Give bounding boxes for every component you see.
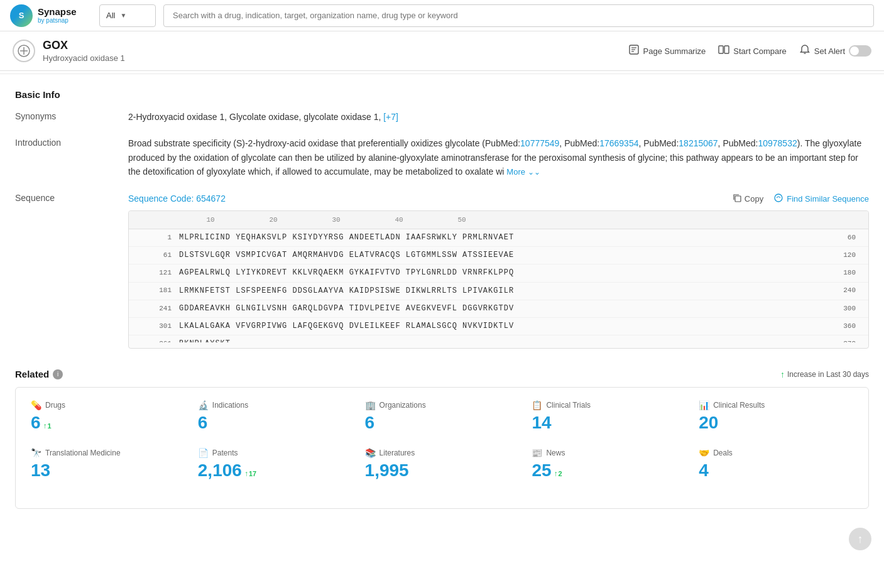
pubmed4-link[interactable]: 10978532 — [758, 138, 797, 148]
related-item-icon: 🔬 — [198, 400, 209, 410]
related-item-label: Deals — [713, 449, 733, 457]
related-item-label: Clinical Results — [713, 401, 765, 410]
related-row-2: 🔭 Translational Medicine 13 📄 Patents 2,… — [31, 448, 853, 481]
set-alert-label: Set Alert — [814, 46, 845, 56]
increase-label: ↑ Increase in Last 30 days — [780, 369, 869, 379]
entity-info: GOX Hydroxyacid oxidase 1 — [43, 39, 628, 63]
intro-more-link[interactable]: More ⌄⌄ — [506, 167, 540, 177]
compare-icon — [718, 44, 729, 58]
seq-text: LKALALGAKA VFVGRPIVWG LAFQGEKGVQ DVLEILK… — [179, 320, 514, 332]
related-grid: 💊 Drugs 6 ↑1 🔬 Indications 6 🏢 Organizat… — [15, 387, 869, 509]
pubmed2-link[interactable]: 17669354 — [599, 138, 638, 148]
related-item-header: 📋 Clinical Trials — [532, 400, 686, 410]
related-item[interactable]: 📊 Clinical Results 20 — [699, 400, 853, 433]
related-item-count: 25 ↑2 — [532, 460, 686, 481]
related-item[interactable]: 📰 News 25 ↑2 — [532, 448, 686, 481]
sequence-row-item: 181 LRMKNFETST LSFSPEENFG DDSGLAAYVA KAI… — [129, 283, 868, 300]
logo-text: Synapse by patsnap — [38, 7, 77, 24]
header-divider — [0, 74, 884, 74]
related-info-icon[interactable]: i — [53, 369, 63, 379]
related-item-header: 🔭 Translational Medicine — [31, 448, 185, 458]
count-value: 13 — [31, 460, 50, 481]
related-item[interactable]: 🔭 Translational Medicine 13 — [31, 448, 185, 481]
sequence-actions: Copy Find Similar Sequence — [733, 193, 869, 205]
count-value: 25 — [532, 460, 551, 481]
related-item-label: News — [546, 449, 565, 457]
related-item-label: Drugs — [45, 401, 65, 410]
set-alert-toggle[interactable] — [849, 45, 871, 57]
count-value: 1,995 — [365, 460, 409, 481]
sequence-code: Sequence Code: 654672 — [128, 192, 226, 205]
introduction-row: Introduction Broad substrate specificity… — [15, 136, 869, 179]
seq-end-num: 180 — [843, 268, 868, 279]
sequence-value: Sequence Code: 654672 Copy — [128, 192, 869, 349]
related-section: Related i ↑ Increase in Last 30 days 💊 D… — [15, 369, 869, 509]
svg-point-11 — [775, 194, 782, 202]
copy-icon — [733, 193, 741, 204]
seq-text: AGPEALRWLQ LYIYKDREVT KKLVRQAEKM GYKAIFV… — [179, 267, 514, 279]
chevron-down-icon: ▼ — [120, 12, 126, 19]
count-increase: ↑2 — [554, 469, 562, 478]
related-item[interactable]: 💊 Drugs 6 ↑1 — [31, 400, 185, 433]
related-item-count: 6 ↑1 — [31, 413, 185, 433]
increase-arrow-icon: ↑ — [780, 369, 785, 379]
page-summarize-button[interactable]: Page Summarize — [628, 44, 706, 58]
sequence-content[interactable]: 1 MLPRLICIND YEQHAKSVLP KSIYDYYRSG ANDEE… — [129, 229, 868, 342]
related-item-header: 🔬 Indications — [198, 400, 352, 410]
related-item-icon: 🏢 — [365, 400, 376, 410]
related-item[interactable]: 🏢 Organizations 6 — [365, 400, 520, 433]
related-item-header: 📄 Patents — [198, 448, 352, 458]
search-dropdown[interactable]: All ▼ — [99, 4, 156, 27]
count-value: 6 — [198, 413, 208, 433]
related-item-count: 14 — [532, 413, 686, 433]
sequence-row-item: 1 MLPRLICIND YEQHAKSVLP KSIYDYYRSG ANDEE… — [129, 229, 868, 247]
count-value: 14 — [532, 413, 551, 433]
synonyms-row: Synonyms 2-Hydroxyacid oxidase 1, Glycol… — [15, 110, 869, 124]
seq-end-num: 240 — [843, 285, 868, 297]
count-value: 2,106 — [198, 460, 242, 481]
increase-arrow-icon: ↑ — [43, 422, 47, 430]
start-compare-button[interactable]: Start Compare — [718, 44, 787, 58]
related-item-label: Patents — [212, 449, 238, 457]
increase-arrow-icon: ↑ — [244, 469, 248, 478]
seq-end-num: 370 — [843, 339, 868, 342]
find-similar-sequence-button[interactable]: Find Similar Sequence — [773, 193, 869, 205]
related-item-label: Literatures — [379, 449, 415, 457]
entity-actions: Page Summarize Start Compare Set Alert — [628, 44, 871, 58]
seq-text: DLSTSVLGQR VSMPICVGAT AMQRMAHVDG ELATVRA… — [179, 249, 514, 261]
svg-rect-8 — [724, 46, 729, 53]
seq-start-num: 181 — [129, 285, 179, 297]
sequence-row-item: 301 LKALALGAKA VFVGRPIVWG LAFQGEKGVQ DVL… — [129, 318, 868, 335]
logo-name: Synapse — [38, 7, 77, 18]
related-title-wrap: Related i — [15, 369, 63, 379]
related-row-1: 💊 Drugs 6 ↑1 🔬 Indications 6 🏢 Organizat… — [31, 400, 853, 433]
seq-start-num: 241 — [129, 303, 179, 315]
related-title: Related — [15, 369, 49, 379]
copy-sequence-button[interactable]: Copy — [733, 193, 763, 204]
related-item-label: Organizations — [379, 401, 426, 410]
related-item[interactable]: 🔬 Indications 6 — [198, 400, 352, 433]
related-item-count: 1,995 — [365, 460, 520, 481]
related-item[interactable]: 📋 Clinical Trials 14 — [532, 400, 686, 433]
logo-sub: by patsnap — [38, 17, 77, 24]
related-item[interactable]: 📄 Patents 2,106 ↑17 — [198, 448, 352, 481]
synonyms-more-link[interactable]: [+7] — [383, 112, 398, 122]
seq-start-num: 61 — [129, 250, 179, 261]
related-item-header: 🤝 Deals — [699, 448, 853, 458]
sequence-box: 10 20 30 40 50 1 MLPRLICIND YEQHAKSVLP K… — [128, 210, 869, 349]
search-input[interactable] — [163, 4, 874, 27]
pubmed1-link[interactable]: 10777549 — [520, 138, 559, 148]
sequence-row-item: 361 BKNPLAYSKT 370 — [129, 335, 868, 342]
sequence-row-item: 241 GDDAREAVKH GLNGILVSNH GARQLDGVPA TID… — [129, 300, 868, 318]
related-item-icon: 📚 — [365, 448, 376, 458]
top-navigation: S Synapse by patsnap All ▼ — [0, 0, 884, 31]
related-item-icon: 🤝 — [699, 448, 709, 458]
pubmed3-link[interactable]: 18215067 — [679, 138, 718, 148]
entity-icon — [13, 40, 35, 62]
related-item-header: 🏢 Organizations — [365, 400, 520, 410]
count-increase: ↑17 — [244, 469, 256, 478]
related-item[interactable]: 📚 Literatures 1,995 — [365, 448, 520, 481]
related-item-header: 💊 Drugs — [31, 400, 185, 410]
related-item[interactable]: 🤝 Deals 4 — [699, 448, 853, 481]
count-value: 4 — [699, 460, 709, 481]
